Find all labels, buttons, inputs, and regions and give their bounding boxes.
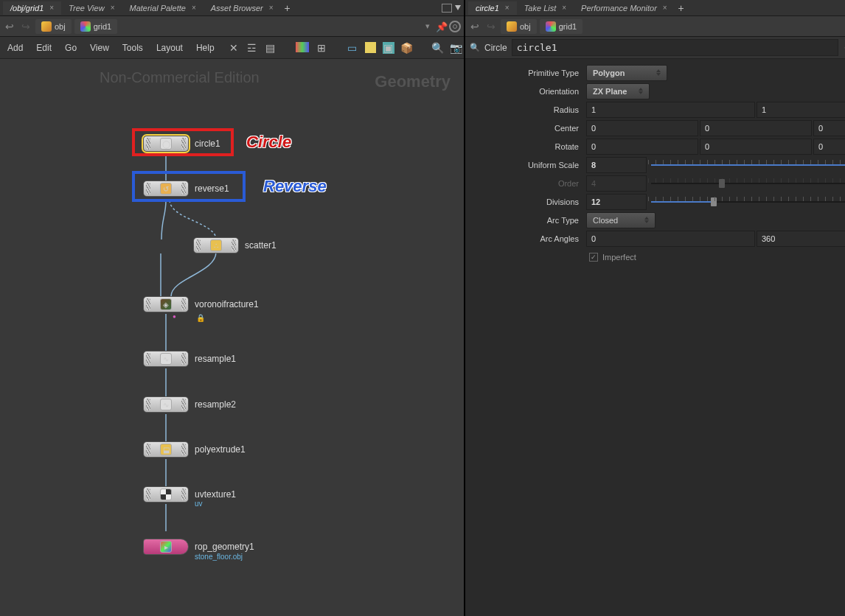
close-icon[interactable]: × xyxy=(192,4,196,12)
target-icon[interactable] xyxy=(449,21,461,32)
primitive-type-dropdown[interactable]: Polygon xyxy=(586,65,667,81)
tree-icon[interactable]: ⊞ xyxy=(316,42,327,54)
tab-parameters[interactable]: circle1× xyxy=(468,1,517,15)
node-header-bar: 🔍 Circle ✳ H 🔍 ⓘ ? xyxy=(465,37,845,59)
sticky-icon[interactable]: ▭ xyxy=(347,42,358,54)
maximize-icon[interactable] xyxy=(442,4,452,13)
orientation-dropdown[interactable]: ZX Plane xyxy=(586,83,650,99)
close-icon[interactable]: × xyxy=(663,4,667,12)
close-icon[interactable]: × xyxy=(562,4,566,12)
left-path-bar: ↩ ↪ obj grid1 ▾ 📌 xyxy=(0,16,464,37)
search-icon[interactable]: 🔍 xyxy=(432,42,444,54)
center-y-input[interactable] xyxy=(700,120,812,136)
image-icon[interactable]: ▣ xyxy=(383,42,394,54)
folder-icon xyxy=(41,21,52,32)
scale-input[interactable] xyxy=(586,157,647,173)
close-icon[interactable]: × xyxy=(505,4,510,12)
param-uniform-scale: Uniform Scale xyxy=(470,155,845,174)
node-type-label: Circle xyxy=(484,43,507,53)
list-icon[interactable]: ☲ xyxy=(246,42,258,54)
param-arc-angles: Arc Angles xyxy=(470,229,845,248)
node-resample2[interactable]: ∿ resample2 xyxy=(143,396,236,413)
menu-add[interactable]: Add xyxy=(7,43,23,53)
close-icon[interactable]: × xyxy=(269,4,274,12)
note-icon[interactable] xyxy=(365,42,376,53)
node-label: scatter1 xyxy=(245,240,277,251)
left-tab-strip: /obj/grid1× Tree View× Material Palette×… xyxy=(0,0,464,16)
node-reverse1[interactable]: ↺ reverse1 xyxy=(143,181,229,197)
menu-tools[interactable]: Tools xyxy=(122,43,143,53)
node-label: uvtexture1 xyxy=(195,489,236,500)
order-slider xyxy=(648,175,845,192)
param-orientation: Orientation ZX Plane xyxy=(470,82,845,100)
menu-go[interactable]: Go xyxy=(65,43,77,53)
tab-take-list[interactable]: Take List× xyxy=(517,1,574,15)
node-name-input[interactable] xyxy=(512,39,838,56)
node-label: reverse1 xyxy=(195,183,229,194)
search-icon[interactable]: 🔍 xyxy=(470,43,480,52)
param-primitive-type: Primitive Type Polygon xyxy=(470,63,845,82)
wrench-icon[interactable]: ✕ xyxy=(228,42,240,54)
network-view[interactable]: Non-Commercial Edition Geometry Circle R… xyxy=(0,59,464,616)
node-polyextrude1[interactable]: ⬓ polyextrude1 xyxy=(143,441,246,458)
tab-network[interactable]: /obj/grid1× xyxy=(3,1,61,15)
node-label: resample1 xyxy=(195,354,236,364)
add-tab-button[interactable]: + xyxy=(675,1,688,15)
check-icon: ✓ xyxy=(589,253,598,262)
node-voronoi[interactable]: ◈ voronoifracture1 xyxy=(143,296,259,312)
rotate-z-input[interactable] xyxy=(813,139,845,155)
menu-help[interactable]: Help xyxy=(196,43,215,53)
tab-performance[interactable]: Performance Monitor× xyxy=(574,1,675,15)
geo-icon xyxy=(80,21,91,32)
tab-tree-view[interactable]: Tree View× xyxy=(61,1,122,15)
path-segment-obj[interactable]: obj xyxy=(501,19,537,34)
parameters-pane: circle1× Take List× Performance Monitor×… xyxy=(465,0,845,616)
menu-layout[interactable]: Layout xyxy=(156,43,183,53)
path-segment-grid1[interactable]: grid1 xyxy=(74,19,117,34)
network-menubar: Add Edit Go View Tools Layout Help ✕ ☲ ▤… xyxy=(0,37,464,59)
scale-slider[interactable] xyxy=(648,157,845,173)
param-rotate: Rotate xyxy=(470,137,845,155)
add-tab-button[interactable]: + xyxy=(281,1,294,15)
path-segment-obj[interactable]: obj xyxy=(35,19,72,34)
menu-view[interactable]: View xyxy=(90,43,109,53)
annotation-circle: Circle xyxy=(246,133,291,152)
back-button[interactable]: ↩ xyxy=(3,21,16,32)
arc-type-dropdown[interactable]: Closed xyxy=(586,212,656,228)
arc-begin-input[interactable] xyxy=(586,231,755,247)
node-uvtexture1[interactable]: uvtexture1 xyxy=(143,486,236,503)
close-icon[interactable]: × xyxy=(49,4,54,12)
imperfect-checkbox[interactable]: ✓ Imperfect xyxy=(586,253,636,262)
pane-menu-icon[interactable] xyxy=(455,5,461,10)
network-pane: /obj/grid1× Tree View× Material Palette×… xyxy=(0,0,465,616)
divisions-input[interactable] xyxy=(586,194,647,210)
divisions-slider[interactable] xyxy=(648,194,845,210)
node-scatter1[interactable]: ∴ scatter1 xyxy=(193,237,277,253)
circle-icon: ◯ xyxy=(160,138,172,150)
close-icon[interactable]: × xyxy=(111,4,115,12)
menu-edit[interactable]: Edit xyxy=(36,43,52,53)
pin-icon[interactable]: 📌 xyxy=(436,21,446,32)
node-circle1[interactable]: ◯ circle1 xyxy=(143,136,220,152)
forward-button[interactable]: ↪ xyxy=(19,21,32,32)
radius-x-input[interactable] xyxy=(586,102,755,118)
center-z-input[interactable] xyxy=(813,120,845,136)
back-button[interactable]: ↩ xyxy=(468,21,481,32)
arc-end-input[interactable] xyxy=(757,231,845,247)
forward-button[interactable]: ↪ xyxy=(484,21,498,32)
path-segment-grid1[interactable]: grid1 xyxy=(540,19,583,34)
node-label: circle1 xyxy=(195,139,220,149)
param-center: Center xyxy=(470,119,845,137)
box-icon[interactable]: 📦 xyxy=(401,42,413,54)
rotate-y-input[interactable] xyxy=(700,139,812,155)
camera-icon[interactable]: 📷 xyxy=(451,42,462,54)
center-x-input[interactable] xyxy=(586,120,698,136)
tab-material-palette[interactable]: Material Palette× xyxy=(122,1,203,15)
rotate-x-input[interactable] xyxy=(586,139,698,155)
path-dropdown[interactable]: ▾ xyxy=(425,21,433,31)
node-resample1[interactable]: ∿ resample1 xyxy=(143,351,236,367)
palette-icon[interactable] xyxy=(296,42,309,52)
page-icon[interactable]: ▤ xyxy=(265,42,277,54)
radius-y-input[interactable] xyxy=(757,102,845,118)
tab-asset-browser[interactable]: Asset Browser× xyxy=(204,1,281,15)
